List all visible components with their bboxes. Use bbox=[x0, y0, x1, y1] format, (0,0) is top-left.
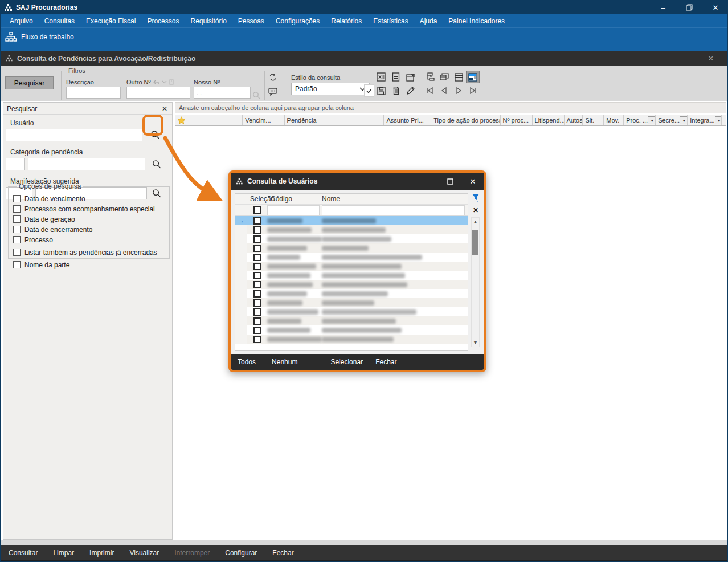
app-minimize-button[interactable]: – bbox=[650, 1, 676, 14]
menu-pessoas[interactable]: Pessoas bbox=[232, 15, 270, 27]
menu-requisitorio[interactable]: Requisitório bbox=[185, 15, 232, 27]
column-selecao[interactable]: Seleção bbox=[247, 195, 271, 203]
visualizar-button[interactable]: Visualizar bbox=[129, 547, 159, 559]
row-checkbox[interactable] bbox=[253, 317, 261, 325]
categoria-code-input[interactable] bbox=[6, 158, 25, 170]
usuario-row[interactable] bbox=[235, 234, 468, 243]
usuario-row[interactable] bbox=[235, 298, 468, 307]
column-pendencia[interactable]: Pendência bbox=[285, 115, 385, 125]
column-situacao[interactable]: Sit. bbox=[583, 115, 604, 125]
nosso-numero-search-button[interactable] bbox=[252, 91, 261, 101]
consulta-minimize-button[interactable]: – bbox=[670, 51, 692, 66]
scroll-up-icon[interactable]: ▲ bbox=[473, 218, 478, 226]
column-filter-dropdown[interactable]: ▼ bbox=[648, 116, 656, 124]
column-procurador[interactable]: Proc. ... ▼ bbox=[624, 115, 656, 125]
row-checkbox[interactable] bbox=[253, 308, 261, 316]
usuario-row[interactable] bbox=[235, 243, 468, 253]
usuario-search-button[interactable] bbox=[148, 128, 163, 142]
checkbox[interactable] bbox=[13, 249, 21, 256]
app-close-button[interactable]: ✕ bbox=[702, 1, 728, 14]
categoria-search-button[interactable] bbox=[149, 157, 164, 172]
checkbox[interactable] bbox=[13, 226, 21, 233]
menu-ajuda[interactable]: Ajuda bbox=[414, 15, 443, 27]
option-nome-da-parte[interactable]: Nome da parte bbox=[13, 260, 166, 269]
limpar-button[interactable]: Limpar bbox=[53, 547, 74, 559]
column-assunto[interactable]: Assunto Pri... bbox=[384, 115, 431, 125]
nosso-numero-input[interactable] bbox=[194, 87, 251, 99]
option-data-vencimento[interactable]: Data de vencimento bbox=[13, 194, 166, 203]
nenhum-button[interactable]: Nenhum bbox=[272, 358, 297, 366]
column-litispendencia[interactable]: Litispend... bbox=[533, 115, 565, 125]
column-filter-dropdown[interactable]: ▼ bbox=[715, 116, 722, 124]
usuario-row[interactable] bbox=[235, 280, 468, 289]
scroll-down-icon[interactable]: ▼ bbox=[473, 339, 478, 347]
export-window-button[interactable] bbox=[404, 71, 418, 83]
usuario-row[interactable] bbox=[235, 316, 468, 325]
app-restore-button[interactable] bbox=[676, 1, 702, 14]
column-nome[interactable]: Nome bbox=[322, 195, 468, 203]
checkbox[interactable] bbox=[13, 215, 21, 223]
nome-filter-input[interactable] bbox=[322, 205, 465, 215]
nav-last-button[interactable] bbox=[466, 84, 480, 97]
nav-next-button[interactable] bbox=[452, 84, 465, 97]
scroll-thumb[interactable] bbox=[472, 230, 478, 255]
fechar-dialog-button[interactable]: Fechar bbox=[375, 358, 396, 366]
menu-relatorios[interactable]: Relatórios bbox=[325, 15, 367, 27]
menu-estatisticas[interactable]: Estatísticas bbox=[367, 15, 414, 27]
column-tipo-acao[interactable]: Tipo de ação do processo ... bbox=[431, 115, 500, 125]
menu-arquivo[interactable]: Arquivo bbox=[4, 15, 39, 27]
configurar-button[interactable]: Configurar bbox=[225, 547, 257, 559]
usuario-row[interactable] bbox=[235, 325, 468, 335]
workflow-button[interactable]: Fluxo de trabalho bbox=[5, 32, 74, 42]
outro-numero-input[interactable] bbox=[126, 87, 190, 99]
imprimir-button[interactable]: Imprimir bbox=[89, 547, 114, 559]
dialog-maximize-button[interactable] bbox=[439, 173, 461, 190]
option-data-geracao[interactable]: Data de geração bbox=[13, 215, 166, 223]
row-checkbox[interactable] bbox=[253, 263, 261, 270]
codigo-filter-input[interactable] bbox=[267, 205, 320, 215]
row-checkbox[interactable] bbox=[253, 336, 261, 343]
row-checkbox[interactable] bbox=[253, 226, 261, 234]
option-processo[interactable]: Processo bbox=[13, 235, 166, 244]
column-secretaria[interactable]: Secre... ▼ bbox=[656, 115, 688, 125]
checkbox[interactable] bbox=[13, 205, 21, 213]
row-checkbox[interactable] bbox=[253, 299, 261, 307]
search-panel-close-button[interactable]: ✕ bbox=[162, 105, 167, 113]
usuario-row[interactable] bbox=[235, 271, 468, 280]
usuario-row[interactable] bbox=[235, 335, 468, 344]
clipboard-icon[interactable] bbox=[169, 79, 174, 85]
row-checkbox[interactable] bbox=[253, 327, 261, 334]
checkbox[interactable] bbox=[13, 195, 21, 202]
column-num-processo[interactable]: Nº proc... bbox=[501, 115, 533, 125]
menu-processos[interactable]: Processos bbox=[141, 15, 185, 27]
menu-painel-indicadores[interactable]: Painel Indicadores bbox=[443, 15, 510, 27]
row-checkbox[interactable] bbox=[253, 217, 261, 225]
edit-style-button[interactable] bbox=[404, 84, 418, 97]
checkbox[interactable] bbox=[13, 261, 21, 268]
descricao-input[interactable] bbox=[66, 87, 121, 99]
column-favorite[interactable] bbox=[175, 115, 243, 125]
checkbox[interactable] bbox=[13, 236, 21, 243]
menu-configuracoes[interactable]: Configurações bbox=[270, 15, 325, 27]
row-checkbox[interactable] bbox=[253, 290, 261, 298]
filter-button[interactable] bbox=[472, 193, 480, 204]
row-checkbox[interactable] bbox=[253, 272, 261, 279]
column-filter-dropdown[interactable]: ▼ bbox=[680, 116, 688, 124]
usuario-row[interactable] bbox=[235, 253, 468, 262]
usuario-row[interactable] bbox=[235, 307, 468, 316]
selecionar-button[interactable]: Selecionar bbox=[330, 358, 363, 366]
fechar-button[interactable]: Fechar bbox=[272, 547, 293, 559]
nav-prev-button[interactable] bbox=[437, 84, 451, 97]
column-movimentacao[interactable]: Mov. bbox=[604, 115, 624, 125]
option-listar-encerradas[interactable]: Listar também as pendências já encerrada… bbox=[13, 248, 166, 256]
select-all-checkbox[interactable] bbox=[253, 206, 261, 214]
menu-execucao-fiscal[interactable]: Execução Fiscal bbox=[80, 15, 141, 27]
refresh-button[interactable] bbox=[268, 73, 277, 83]
pesquisar-toggle-button[interactable]: Pesquisar bbox=[5, 76, 54, 89]
usuario-row[interactable]: → bbox=[235, 216, 468, 225]
estilo-dropdown[interactable]: Padrão bbox=[291, 83, 370, 95]
dialog-minimize-button[interactable]: – bbox=[416, 173, 439, 190]
notes-button[interactable] bbox=[389, 71, 403, 83]
group-tree-button[interactable] bbox=[423, 71, 437, 83]
group-by-band[interactable]: Arraste um cabeçalho de coluna aqui para… bbox=[175, 102, 726, 113]
